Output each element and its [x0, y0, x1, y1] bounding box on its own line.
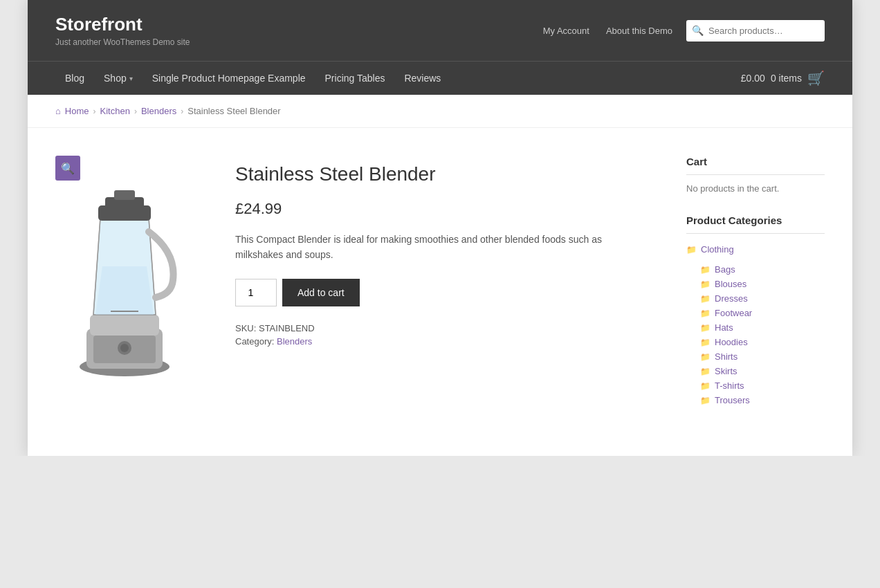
category-clothing-link[interactable]: 📁 Clothing	[686, 244, 825, 255]
product-meta: SKU: STAINBLEND Category: Blenders	[235, 323, 645, 347]
folder-icon: 📁	[700, 309, 711, 318]
nav-shop[interactable]: Shop ▾	[94, 62, 143, 95]
list-item: 📁 T-shirts	[700, 378, 825, 393]
nav-links: Blog Shop ▾ Single Product Homepage Exam…	[55, 62, 450, 95]
list-item: 📁 Trousers	[700, 393, 825, 407]
breadcrumb: ⌂ Home › Kitchen › Blenders › Stainless …	[55, 106, 825, 116]
top-navigation: My Account About this Demo	[543, 26, 672, 36]
category-trousers-link[interactable]: 📁 Trousers	[700, 395, 825, 405]
account-link[interactable]: My Account	[543, 26, 589, 36]
list-item: 📁 Footwear	[700, 306, 825, 320]
category-footwear-link[interactable]: 📁 Footwear	[700, 308, 825, 318]
categories-section: Product Categories 📁 Clothing 📁 Bags	[686, 214, 825, 407]
search-input[interactable]	[686, 20, 825, 42]
folder-icon: 📁	[700, 323, 711, 333]
folder-icon: 📁	[700, 338, 711, 347]
category-blouses-link[interactable]: 📁 Blouses	[700, 279, 825, 289]
folder-icon: 📁	[700, 396, 711, 405]
product-title: Stainless Steel Blender	[235, 163, 645, 186]
list-item: 📁 Blouses	[700, 277, 825, 291]
list-item: 📁 Bags	[700, 262, 825, 277]
cart-heading: Cart	[686, 156, 825, 175]
product-price: £24.99	[235, 200, 645, 218]
category-label: Category:	[235, 336, 274, 347]
folder-icon: 📁	[700, 294, 711, 304]
category-label: Hats	[715, 322, 733, 333]
site-branding: Storefront Just another WooThemes Demo s…	[55, 14, 543, 47]
quantity-input[interactable]: 1	[235, 279, 277, 306]
sidebar: Cart No products in the cart. Product Ca…	[686, 156, 825, 428]
add-to-cart-row: 1 Add to cart	[235, 279, 645, 306]
category-label: Blouses	[715, 279, 746, 289]
category-label: Shirts	[715, 351, 737, 362]
category-dresses-link[interactable]: 📁 Dresses	[700, 293, 825, 304]
zoom-button[interactable]: 🔍	[55, 156, 80, 181]
list-item: 📁 Hats	[700, 320, 825, 335]
folder-icon: 📁	[700, 352, 711, 362]
category-list: 📁 Clothing	[686, 242, 825, 257]
folder-icon: 📁	[700, 279, 711, 289]
product-image-column: 🔍	[55, 156, 208, 428]
sku-value: STAINBLEND	[259, 323, 315, 333]
category-label: Bags	[715, 264, 735, 275]
folder-icon: 📁	[700, 367, 711, 376]
breadcrumb-kitchen[interactable]: Kitchen	[100, 106, 130, 116]
list-item: 📁 Clothing	[686, 242, 825, 257]
cart-icon: 🛒	[807, 70, 825, 86]
add-to-cart-button[interactable]: Add to cart	[282, 279, 360, 306]
search-form: 🔍	[686, 20, 825, 42]
breadcrumb-home[interactable]: Home	[65, 106, 89, 116]
folder-icon: 📁	[700, 381, 711, 391]
category-link[interactable]: Blenders	[277, 336, 312, 347]
category-label: Trousers	[715, 395, 750, 405]
category-label: Skirts	[715, 366, 737, 376]
breadcrumb-sep-1: ›	[93, 107, 96, 116]
nav-single-product[interactable]: Single Product Homepage Example	[143, 62, 315, 95]
breadcrumb-sep-2: ›	[134, 107, 137, 116]
nav-blog[interactable]: Blog	[55, 62, 94, 95]
cart-amount: £0.00	[741, 73, 765, 84]
cart-section: Cart No products in the cart.	[686, 156, 825, 194]
category-label: Hoodies	[715, 337, 748, 347]
site-tagline: Just another WooThemes Demo site	[55, 37, 543, 47]
folder-icon: 📁	[686, 245, 697, 255]
svg-point-8	[120, 344, 129, 352]
cart-items: 0 items	[771, 73, 802, 84]
cart-widget[interactable]: £0.00 0 items 🛒	[741, 70, 825, 86]
svg-rect-6	[114, 190, 135, 200]
breadcrumb-sep-3: ›	[181, 107, 183, 116]
sku-row: SKU: STAINBLEND	[235, 323, 645, 333]
sku-label: SKU:	[235, 323, 256, 333]
category-label: Footwear	[715, 308, 752, 318]
category-hoodies-link[interactable]: 📁 Hoodies	[700, 337, 825, 347]
product-area: 🔍	[55, 156, 645, 428]
search-icon: 🔍	[692, 25, 704, 36]
page-content: 🔍	[28, 128, 852, 456]
breadcrumb-bar: ⌂ Home › Kitchen › Blenders › Stainless …	[28, 95, 852, 128]
breadcrumb-blenders[interactable]: Blenders	[141, 106, 176, 116]
category-skirts-link[interactable]: 📁 Skirts	[700, 366, 825, 376]
category-row: Category: Blenders	[235, 336, 645, 347]
product-image	[55, 163, 194, 384]
breadcrumb-current: Stainless Steel Blender	[187, 106, 280, 116]
list-item: 📁 Dresses	[700, 291, 825, 306]
category-hats-link[interactable]: 📁 Hats	[700, 322, 825, 333]
svg-rect-3	[90, 315, 159, 336]
cart-empty-message: No products in the cart.	[686, 183, 825, 194]
subcategory-list: 📁 Bags 📁 Blouses 📁 Dresses	[700, 262, 825, 407]
nav-reviews[interactable]: Reviews	[394, 62, 450, 95]
categories-heading: Product Categories	[686, 214, 825, 234]
home-icon: ⌂	[55, 106, 61, 116]
nav-pricing-tables[interactable]: Pricing Tables	[315, 62, 395, 95]
category-label: T-shirts	[715, 380, 744, 391]
category-tshirts-link[interactable]: 📁 T-shirts	[700, 380, 825, 391]
list-item: 📁 Skirts	[700, 364, 825, 378]
product-description: This Compact Blender is ideal for making…	[235, 232, 645, 263]
category-label: Clothing	[701, 244, 734, 255]
category-label: Dresses	[715, 293, 748, 304]
site-title[interactable]: Storefront	[55, 14, 543, 35]
category-bags-link[interactable]: 📁 Bags	[700, 264, 825, 275]
category-shirts-link[interactable]: 📁 Shirts	[700, 351, 825, 362]
list-item: 📁 Hoodies	[700, 335, 825, 349]
about-link[interactable]: About this Demo	[606, 26, 672, 36]
